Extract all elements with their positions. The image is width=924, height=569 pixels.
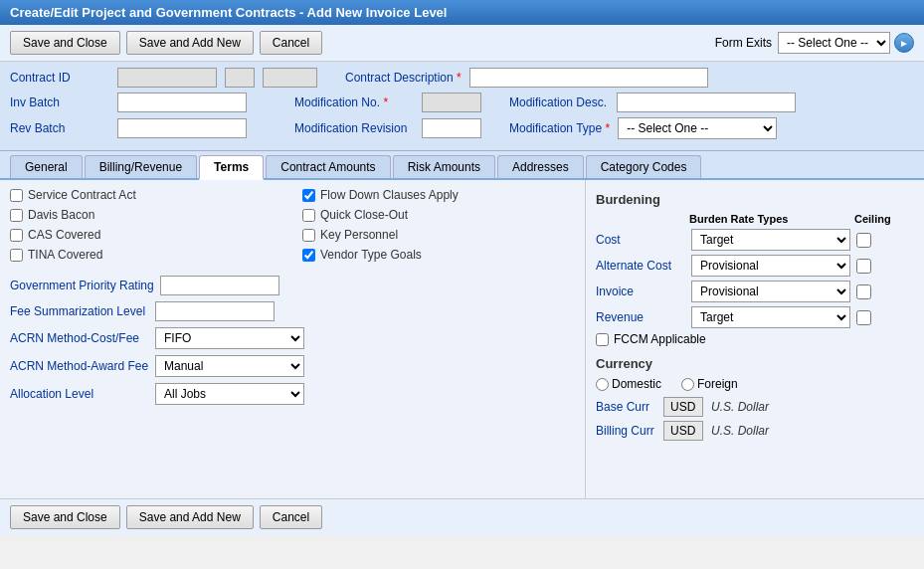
left-fields: Government Priority RatingFee Summarizat… [10,276,575,405]
mod-no-label: Modification No. [294,95,414,109]
billing-curr-desc: U.S. Dollar [711,424,769,438]
right-checkbox-flow-down-clauses-apply[interactable] [302,189,315,202]
domestic-radio-label: Domestic [596,377,661,391]
burdening-rows: CostTargetProvisionalAlternate CostTarge… [596,229,914,328]
mod-type-select[interactable]: -- Select One -- [618,117,777,139]
checkbox-row: TINA Covered [10,248,282,262]
burden-select-alternate cost[interactable]: TargetProvisional [691,255,850,277]
mod-desc-label: Modification Desc. [509,95,609,109]
checkbox-label: CAS Covered [28,228,100,242]
rev-batch-input[interactable] [117,118,247,138]
right-checkbox-vendor-type-goals[interactable] [302,249,315,262]
burden-col-headers: Burden Rate Types Ceiling [596,213,914,225]
base-curr-row: Base Curr USD U.S. Dollar [596,397,914,417]
fccm-checkbox[interactable] [596,333,609,346]
currency-header: Currency [596,356,914,371]
title-bar: Create/Edit Project and Government Contr… [0,0,924,25]
bottom-toolbar: Save and Close Save and Add New Cancel [0,498,924,535]
inv-batch-input[interactable] [117,93,247,112]
content-area: Service Contract ActDavis BaconCAS Cover… [0,180,924,498]
mod-type-label: Modification Type [509,121,610,135]
burden-select-invoice[interactable]: TargetProvisional [691,281,850,302]
burden-ceiling-header: Ceiling [854,213,891,225]
field-input-fee-summarization-level[interactable] [155,301,275,321]
checkbox-tina-covered[interactable] [10,249,23,262]
field-label: Allocation Level [10,387,149,401]
right-panel: Burdening Burden Rate Types Ceiling Cost… [586,180,924,498]
inv-batch-row: Inv Batch Modification No. 0 Modificatio… [10,93,914,112]
title-text: Create/Edit Project and Government Contr… [10,5,447,20]
tab-contract-amounts[interactable]: Contract Amounts [266,155,390,178]
billing-curr-label: Billing Curr [596,424,655,438]
fccm-row: FCCM Applicable [596,332,914,346]
right-checkbox-label: Flow Down Clauses Apply [320,188,459,202]
contract-desc-input[interactable] [469,68,708,88]
base-curr-value: USD [663,397,703,417]
contract-id-num[interactable]: 00050 [263,68,317,88]
checkbox-grid: Service Contract ActDavis BaconCAS Cover… [10,188,575,268]
checkbox-cas-covered[interactable] [10,229,23,242]
currency-section: Currency Domestic Foreign Base Curr USD … [596,356,914,441]
field-label: Fee Summarization Level [10,304,149,318]
field-select-acrn-method-cost/fee[interactable]: FIFO [155,327,304,349]
foreign-radio[interactable] [681,378,694,391]
contract-row: Contract ID C2 00050 Contract Descriptio… [10,68,914,88]
tab-billing-revenue[interactable]: Billing/Revenue [85,155,197,178]
currency-radio-group: Domestic Foreign [596,377,914,391]
checkbox-davis-bacon[interactable] [10,209,23,222]
burden-ceiling-checkbox-cost[interactable] [856,233,871,248]
form-exits-label: Form Exits [715,36,772,50]
burden-select-cost[interactable]: TargetProvisional [691,229,850,251]
mod-revision-input[interactable] [422,118,481,138]
contract-id-label: Contract ID [10,71,109,85]
mod-desc-input[interactable] [617,93,796,112]
burden-select-revenue[interactable]: TargetProvisional [691,306,850,328]
save-and-close-button[interactable]: Save and Close [10,31,120,55]
fccm-label: FCCM Applicable [614,332,706,346]
field-select-allocation-level[interactable]: All Jobs [155,383,304,405]
field-select-acrn-method-award-fee[interactable]: Manual [155,355,304,377]
right-checkbox-label: Vendor Type Goals [320,248,422,262]
right-checkbox-key-personnel[interactable] [302,229,315,242]
right-checkbox-row: Flow Down Clauses Apply [302,188,575,202]
save-and-add-new-button[interactable]: Save and Add New [126,31,254,55]
field-input-government-priority-rating[interactable] [160,276,279,295]
contract-desc-label: Contract Description [345,71,462,85]
burden-rate-types-header: Burden Rate Types [689,213,848,225]
inv-batch-label: Inv Batch [10,95,109,109]
left-panel: Service Contract ActDavis BaconCAS Cover… [0,180,586,498]
tab-addresses[interactable]: Addresses [497,155,584,178]
form-section: Contract ID C2 00050 Contract Descriptio… [0,62,924,151]
nav-arrow-button[interactable]: ► [894,33,914,53]
tab-terms[interactable]: Terms [199,155,264,180]
billing-curr-row: Billing Curr USD U.S. Dollar [596,421,914,441]
contract-id-prefix[interactable] [117,68,217,88]
cancel-button[interactable]: Cancel [260,31,322,55]
field-row: ACRN Method-Cost/FeeFIFO [10,327,575,349]
tab-category-codes[interactable]: Category Codes [586,155,702,178]
tab-general[interactable]: General [10,155,83,178]
burdening-header: Burdening [596,192,914,207]
burden-label: Alternate Cost [596,259,685,273]
right-checkbox-row: Quick Close-Out [302,208,575,222]
bottom-cancel-button[interactable]: Cancel [260,505,322,529]
burden-ceiling-checkbox-alternate cost[interactable] [856,259,871,274]
bottom-save-add-button[interactable]: Save and Add New [126,505,254,529]
burden-ceiling-checkbox-invoice[interactable] [856,284,871,299]
bottom-save-close-button[interactable]: Save and Close [10,505,120,529]
right-checkbox-quick-close-out[interactable] [302,209,315,222]
right-checkbox-label: Quick Close-Out [320,208,408,222]
burden-ceiling-checkbox-revenue[interactable] [856,310,871,325]
tab-risk-amounts[interactable]: Risk Amounts [393,155,495,178]
contract-id-c2[interactable]: C2 [225,68,255,88]
checkbox-label: Davis Bacon [28,208,94,222]
checkbox-row: CAS Covered [10,228,282,242]
checkbox-label: Service Contract Act [28,188,136,202]
domestic-radio[interactable] [596,378,609,391]
form-exits-select[interactable]: -- Select One -- [778,32,890,54]
right-checkbox-row: Key Personnel [302,228,575,242]
field-row: Fee Summarization Level [10,301,575,321]
mod-no-input[interactable]: 0 [422,93,481,112]
field-label: Government Priority Rating [10,279,154,292]
checkbox-service-contract-act[interactable] [10,189,23,202]
